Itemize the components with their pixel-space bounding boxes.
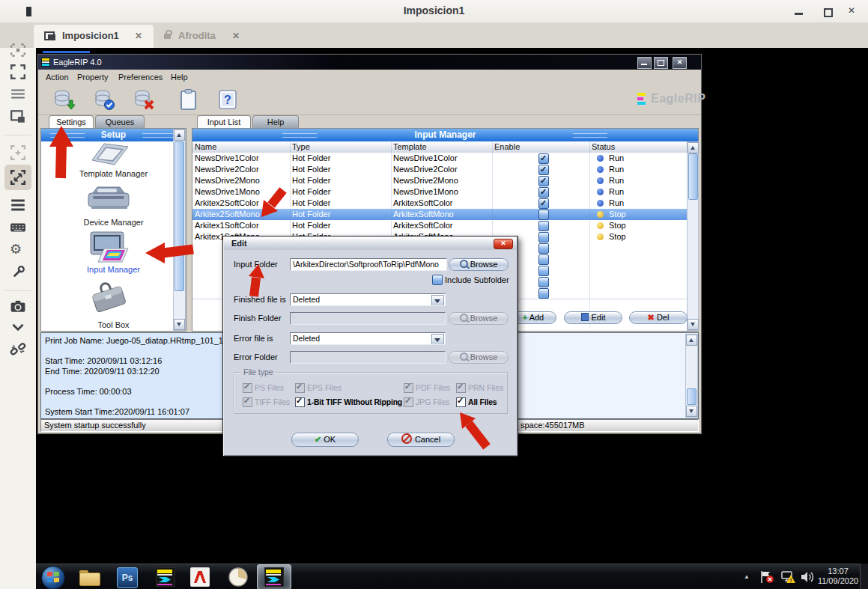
table-row[interactable]: NewsDrive1Color Hot Folder NewsDrive1Col… — [192, 153, 687, 165]
tab-settings[interactable]: Settings — [49, 115, 94, 129]
tab-imposicion1[interactable]: Imposicion1 ✕ — [34, 25, 154, 48]
setup-item-template-manager[interactable]: Template Manager — [41, 169, 186, 178]
input-folder-field[interactable]: \ArkitexDirector\Softproof\ToRip\Pdf\Mon… — [290, 258, 447, 271]
dropdown-arrow-icon[interactable] — [431, 334, 444, 345]
menu-icon[interactable] — [10, 197, 26, 213]
database-check-icon[interactable] — [93, 88, 115, 111]
scroll-up-arrow[interactable] — [686, 335, 697, 346]
tab-close-icon[interactable]: ✕ — [232, 31, 240, 41]
all-files-checkbox[interactable] — [456, 397, 466, 407]
enable-checkbox[interactable] — [538, 243, 549, 254]
scrollbar-thumb[interactable] — [174, 141, 184, 291]
menu-preferences[interactable]: Preferences — [118, 73, 163, 82]
table-row-selected[interactable]: Arkitex2SoftMono Hot Folder ArkitexSoftM… — [192, 209, 687, 221]
enable-checkbox[interactable] — [538, 187, 549, 198]
output-scrollbar[interactable] — [685, 334, 698, 418]
scroll-down-arrow[interactable] — [686, 406, 697, 417]
enable-checkbox[interactable] — [538, 153, 549, 164]
table-row[interactable]: Arkitex2SoftColor Hot Folder ArkitexSoft… — [192, 198, 687, 210]
database-delete-icon[interactable] — [133, 88, 155, 111]
new-window-icon[interactable] — [10, 109, 26, 125]
menu-property[interactable]: Property — [77, 73, 109, 82]
close-button[interactable]: ✕ — [848, 6, 855, 15]
column-name[interactable]: Name — [195, 142, 216, 151]
enable-checkbox[interactable] — [538, 198, 549, 209]
explorer-taskbar-icon[interactable] — [79, 567, 100, 588]
eaglerip-titlebar[interactable]: EagleRIP 4.0 ✕ — [38, 55, 701, 70]
maximize-button[interactable] — [654, 57, 668, 69]
scroll-up-arrow[interactable] — [174, 129, 185, 141]
tab-input-list[interactable]: Input List — [197, 115, 251, 129]
close-button[interactable]: ✕ — [673, 57, 687, 69]
disconnect-link-icon[interactable] — [10, 341, 26, 358]
input-manager-icon[interactable] — [85, 231, 133, 263]
template-manager-icon[interactable] — [85, 141, 133, 168]
cancel-button[interactable]: Cancel — [387, 433, 455, 447]
minimize-button[interactable] — [637, 57, 652, 69]
setup-item-device-manager[interactable]: Device Manager — [41, 218, 186, 227]
tools-icon[interactable] — [10, 264, 26, 281]
enable-checkbox[interactable] — [538, 266, 549, 276]
minimize-button[interactable] — [795, 13, 803, 15]
photoshop-taskbar-icon[interactable]: Ps — [117, 567, 138, 588]
fullscreen-icon[interactable] — [10, 64, 26, 80]
scroll-down-arrow[interactable] — [174, 319, 185, 330]
dropdown-arrow-icon[interactable] — [431, 295, 444, 306]
action-center-flag-icon[interactable] — [759, 570, 774, 584]
enable-checkbox[interactable] — [538, 232, 549, 242]
finished-file-select[interactable]: Deleted — [290, 293, 446, 306]
del-button[interactable]: ✖ Del — [629, 311, 688, 324]
view-options-icon[interactable] — [10, 86, 26, 103]
enable-checkbox[interactable] — [538, 165, 549, 175]
taskbar-clock[interactable]: 13:07 11/09/2020 — [816, 567, 860, 586]
include-subfolder-checkbox[interactable] — [432, 275, 443, 285]
column-enable[interactable]: Enable — [494, 142, 520, 151]
table-row[interactable]: NewsDrive1Mono Hot Folder NewsDrive1Mono… — [192, 186, 687, 198]
browse-input-folder-button[interactable]: Browse — [449, 258, 509, 271]
onebit-tiff-checkbox[interactable] — [295, 397, 305, 407]
table-scrollbar[interactable] — [687, 141, 699, 331]
column-status[interactable]: Status — [592, 142, 615, 151]
menu-action[interactable]: Action — [46, 73, 69, 82]
enable-checkbox[interactable] — [538, 221, 549, 231]
network-status-icon[interactable]: ! — [780, 570, 795, 584]
enable-checkbox[interactable] — [538, 277, 549, 287]
edit-button[interactable]: Edit — [564, 311, 622, 324]
error-file-select[interactable]: Deleted — [290, 332, 446, 345]
settings-gears-icon[interactable]: ⚙ — [10, 241, 22, 257]
column-template[interactable]: Template — [393, 142, 427, 151]
fit-window-icon[interactable] — [10, 42, 26, 58]
clock-app-taskbar-icon[interactable] — [228, 567, 249, 588]
input-list-icon[interactable] — [179, 88, 198, 111]
table-row[interactable]: NewsDrive2Mono Hot Folder NewsDrive2Mono… — [192, 175, 687, 187]
scroll-up-arrow[interactable] — [688, 142, 699, 153]
volume-speaker-icon[interactable] — [800, 570, 815, 584]
eaglerip-taskbar-icon[interactable] — [156, 567, 175, 587]
help-icon[interactable]: ? — [218, 88, 239, 111]
tab-help[interactable]: Help — [252, 115, 299, 129]
enable-checkbox[interactable] — [538, 176, 549, 186]
start-button[interactable] — [41, 566, 65, 589]
maximize-button[interactable] — [824, 8, 833, 17]
tab-afrodita[interactable]: Afrodita ✕ — [154, 25, 251, 48]
acrobat-taskbar-icon[interactable] — [190, 567, 210, 587]
enable-checkbox[interactable] — [538, 288, 549, 299]
scroll-down-arrow[interactable] — [688, 319, 699, 330]
collapse-chevron-icon[interactable] — [10, 319, 26, 335]
enable-checkbox[interactable] — [538, 254, 549, 265]
device-manager-icon[interactable] — [82, 183, 136, 213]
enable-checkbox[interactable] — [538, 210, 549, 220]
dialog-titlebar[interactable]: Edit — [224, 237, 517, 250]
show-desktop-button[interactable] — [860, 564, 868, 589]
scrollbar-thumb[interactable] — [687, 388, 696, 405]
keyboard-icon[interactable] — [10, 219, 26, 236]
setup-item-input-manager[interactable]: Input Manager — [41, 265, 186, 274]
menu-help[interactable]: Help — [171, 73, 188, 82]
setup-item-tool-box[interactable]: Tool Box — [41, 320, 186, 329]
database-add-icon[interactable] — [53, 88, 76, 111]
setup-scrollbar[interactable] — [173, 129, 186, 331]
dialog-close-button[interactable]: ✕ — [494, 239, 513, 249]
column-type[interactable]: Type — [292, 142, 310, 151]
scaled-mode-icon[interactable] — [10, 169, 26, 186]
table-row[interactable]: NewsDrive2Color Hot Folder NewsDrive2Col… — [192, 164, 687, 176]
